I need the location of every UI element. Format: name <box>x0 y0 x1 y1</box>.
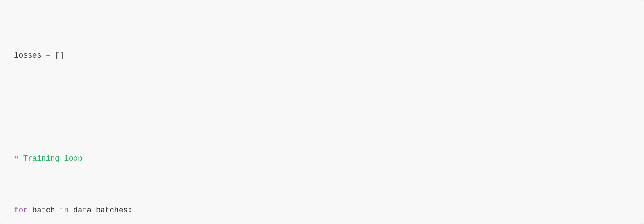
code-text: data_batches: <box>69 206 132 215</box>
code-text: losses = [] <box>14 51 64 60</box>
code-line-4: for batch in data_batches: <box>14 204 630 217</box>
keyword-for: for <box>14 206 28 215</box>
code-block: losses = [] # Training loop for batch in… <box>14 11 630 224</box>
comment-training-loop: # Training loop <box>14 154 82 163</box>
code-line-2 <box>14 101 630 114</box>
code-line-3: # Training loop <box>14 152 630 165</box>
keyword-in: in <box>60 206 69 215</box>
code-text: batch <box>28 206 60 215</box>
code-line-1: losses = [] <box>14 49 630 62</box>
code-container: losses = [] # Training loop for batch in… <box>0 0 644 224</box>
